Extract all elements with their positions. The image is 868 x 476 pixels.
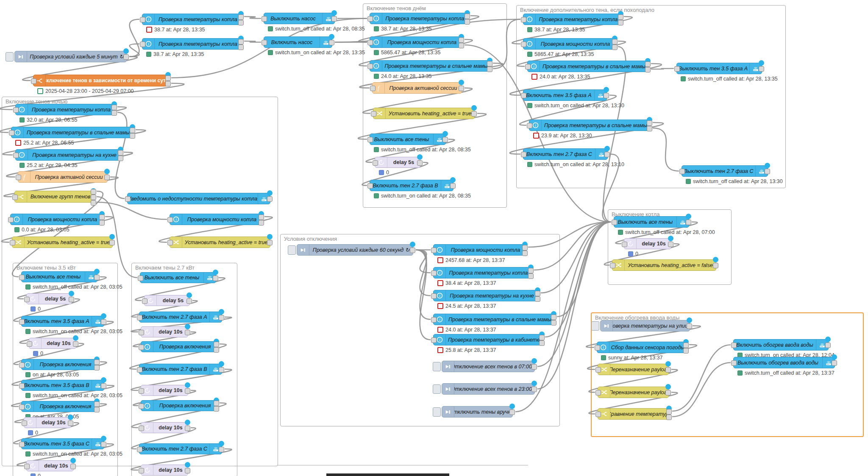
output-port[interactable]	[214, 401, 219, 406]
output-port[interactable]	[185, 388, 190, 394]
node-b5[interactable]: iПроверка включения	[141, 341, 217, 352]
node-w5[interactable]: Включить обогрев ввода воды	[733, 339, 829, 351]
output-port[interactable]	[259, 220, 264, 225]
node-t1[interactable]: iПроверка температуры котла	[142, 14, 242, 25]
output-port[interactable]	[238, 45, 244, 50]
input-port[interactable]	[731, 360, 737, 366]
output-port[interactable]	[214, 406, 219, 412]
node-c1[interactable]: iПроверка температуры котла	[523, 14, 621, 25]
node-b9[interactable]: delay 10s	[141, 422, 188, 433]
node-a3[interactable]: Включить тен 3.5 фаза А	[21, 316, 104, 327]
wire[interactable]	[557, 222, 611, 317]
output-port[interactable]	[118, 156, 123, 161]
node-w1[interactable]: iСбор данных сенсора погоды	[597, 342, 687, 353]
node-b1[interactable]: Выключить все тены	[140, 272, 216, 283]
output-port[interactable]	[759, 66, 764, 72]
node-a4[interactable]: delay 10s	[29, 338, 76, 349]
output-port[interactable]	[551, 315, 556, 320]
input-port[interactable]	[19, 404, 25, 410]
node-nb5[interactable]: Включение групп тенов	[14, 191, 94, 203]
output-port[interactable]	[130, 128, 135, 133]
output-port[interactable]	[94, 401, 100, 407]
output-port[interactable]	[185, 426, 190, 431]
output-port[interactable]	[70, 464, 76, 469]
output-port[interactable]	[618, 14, 623, 20]
output-port[interactable]	[91, 195, 96, 200]
input-port[interactable]	[679, 169, 685, 174]
input-port[interactable]	[16, 175, 21, 180]
node-nb7b[interactable]: Установить heating_active = true	[170, 237, 270, 248]
output-port[interactable]	[94, 359, 100, 365]
output-port[interactable]	[238, 14, 244, 20]
output-port[interactable]	[612, 45, 618, 50]
input-port[interactable]	[612, 220, 617, 225]
node-u5[interactable]: iПроверка температуры в кабинете	[433, 334, 542, 345]
wire[interactable]	[653, 128, 679, 171]
input-port[interactable]	[367, 64, 373, 69]
output-port[interactable]	[450, 183, 456, 189]
input-port[interactable]	[595, 345, 600, 351]
output-port[interactable]	[459, 43, 464, 48]
output-port[interactable]	[259, 214, 264, 220]
input-port[interactable]	[140, 17, 145, 22]
input-port[interactable]	[370, 86, 376, 91]
output-port[interactable]	[683, 342, 689, 348]
output-port[interactable]	[267, 196, 273, 202]
node-d8[interactable]: Включить тен 2.7 фаза B	[370, 180, 453, 191]
output-port[interactable]	[459, 86, 464, 91]
input-port[interactable]	[19, 362, 25, 368]
node-d3[interactable]: iПроверка температуры в спальне мамы	[370, 60, 490, 72]
input-port[interactable]	[431, 337, 437, 343]
output-port[interactable]	[665, 390, 671, 395]
output-port[interactable]	[645, 67, 651, 72]
output-port[interactable]	[487, 67, 492, 72]
node-c8[interactable]: Выключить тен 2.7 фаза С	[682, 165, 768, 177]
input-port[interactable]	[139, 404, 144, 409]
node-k3[interactable]: Установить heating_active = false	[612, 259, 716, 271]
node-a2[interactable]: delay 5s	[26, 293, 72, 304]
output-port[interactable]	[111, 105, 117, 110]
output-port[interactable]	[123, 54, 129, 60]
node-b6[interactable]: Включить тен 2.7 фаза B	[139, 364, 222, 375]
node-d2[interactable]: iПроверка мощности котла	[370, 36, 462, 48]
output-port[interactable]	[68, 420, 73, 426]
node-u6[interactable]: Отключение всех тенов в 07:00 ↻	[442, 361, 535, 372]
input-port[interactable]	[140, 42, 145, 47]
output-port[interactable]	[94, 365, 100, 370]
input-port[interactable]	[167, 217, 173, 223]
output-port[interactable]	[465, 14, 470, 19]
output-port[interactable]	[832, 360, 837, 366]
output-port[interactable]	[471, 111, 477, 117]
input-port[interactable]	[137, 367, 142, 373]
node-u3[interactable]: iПроверка температуры на кухне	[433, 290, 538, 301]
node-b11[interactable]: delay 10s	[141, 465, 188, 476]
input-port[interactable]	[8, 217, 14, 223]
wire[interactable]	[672, 345, 731, 412]
output-port[interactable]	[267, 240, 273, 245]
inject-button[interactable]	[433, 407, 441, 417]
output-port[interactable]	[647, 120, 652, 126]
output-port[interactable]	[647, 126, 652, 131]
output-port[interactable]	[91, 189, 96, 195]
output-port[interactable]	[219, 447, 224, 452]
node-c7[interactable]: Выключить тен 3.5 фаза А	[676, 63, 762, 74]
output-port[interactable]	[459, 37, 464, 43]
output-port[interactable]	[539, 340, 545, 346]
output-port[interactable]	[101, 319, 106, 325]
output-port[interactable]	[687, 323, 692, 329]
node-b4[interactable]: delay 10s	[141, 326, 188, 337]
input-port[interactable]	[24, 464, 30, 469]
node-a10[interactable]: delay 10s	[26, 460, 74, 471]
input-port[interactable]	[13, 107, 19, 113]
node-a1[interactable]: Выключить все тены	[21, 271, 97, 282]
input-port[interactable]	[622, 242, 627, 247]
input-port[interactable]	[595, 367, 601, 373]
node-notify[interactable]: Уведомить о недоступности температуры ко…	[127, 193, 270, 204]
inject-button[interactable]	[288, 245, 296, 255]
inject-button[interactable]	[433, 362, 441, 371]
input-port[interactable]	[431, 248, 437, 253]
output-port[interactable]	[219, 367, 224, 373]
output-port[interactable]	[612, 39, 618, 45]
output-port[interactable]	[522, 251, 528, 256]
input-port[interactable]	[525, 64, 531, 70]
